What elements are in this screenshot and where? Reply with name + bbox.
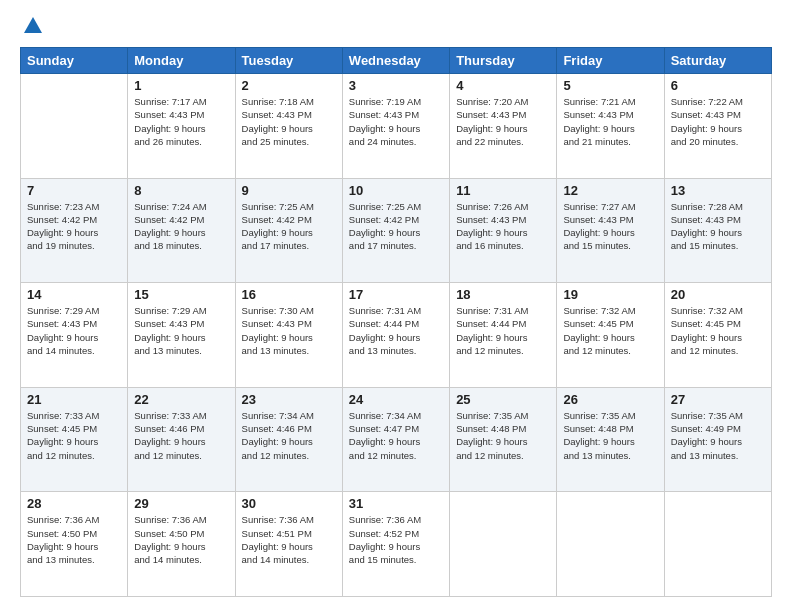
day-info: Sunrise: 7:27 AM Sunset: 4:43 PM Dayligh…: [563, 200, 657, 253]
day-number: 19: [563, 287, 657, 302]
calendar-cell: 4Sunrise: 7:20 AM Sunset: 4:43 PM Daylig…: [450, 74, 557, 179]
calendar-cell: 31Sunrise: 7:36 AM Sunset: 4:52 PM Dayli…: [342, 492, 449, 597]
day-number: 30: [242, 496, 336, 511]
day-info: Sunrise: 7:36 AM Sunset: 4:50 PM Dayligh…: [27, 513, 121, 566]
calendar-cell: 21Sunrise: 7:33 AM Sunset: 4:45 PM Dayli…: [21, 387, 128, 492]
day-info: Sunrise: 7:34 AM Sunset: 4:46 PM Dayligh…: [242, 409, 336, 462]
calendar-cell: 27Sunrise: 7:35 AM Sunset: 4:49 PM Dayli…: [664, 387, 771, 492]
day-number: 18: [456, 287, 550, 302]
day-number: 5: [563, 78, 657, 93]
calendar-cell: 22Sunrise: 7:33 AM Sunset: 4:46 PM Dayli…: [128, 387, 235, 492]
day-info: Sunrise: 7:36 AM Sunset: 4:50 PM Dayligh…: [134, 513, 228, 566]
calendar-week-4: 21Sunrise: 7:33 AM Sunset: 4:45 PM Dayli…: [21, 387, 772, 492]
day-number: 3: [349, 78, 443, 93]
calendar-cell: 7Sunrise: 7:23 AM Sunset: 4:42 PM Daylig…: [21, 178, 128, 283]
calendar-cell: 8Sunrise: 7:24 AM Sunset: 4:42 PM Daylig…: [128, 178, 235, 283]
day-number: 13: [671, 183, 765, 198]
calendar-cell: [21, 74, 128, 179]
day-info: Sunrise: 7:35 AM Sunset: 4:48 PM Dayligh…: [456, 409, 550, 462]
day-info: Sunrise: 7:19 AM Sunset: 4:43 PM Dayligh…: [349, 95, 443, 148]
calendar-cell: 28Sunrise: 7:36 AM Sunset: 4:50 PM Dayli…: [21, 492, 128, 597]
column-header-tuesday: Tuesday: [235, 48, 342, 74]
calendar-cell: 23Sunrise: 7:34 AM Sunset: 4:46 PM Dayli…: [235, 387, 342, 492]
calendar-cell: 15Sunrise: 7:29 AM Sunset: 4:43 PM Dayli…: [128, 283, 235, 388]
day-info: Sunrise: 7:20 AM Sunset: 4:43 PM Dayligh…: [456, 95, 550, 148]
day-number: 16: [242, 287, 336, 302]
day-info: Sunrise: 7:26 AM Sunset: 4:43 PM Dayligh…: [456, 200, 550, 253]
day-info: Sunrise: 7:32 AM Sunset: 4:45 PM Dayligh…: [563, 304, 657, 357]
day-number: 15: [134, 287, 228, 302]
day-info: Sunrise: 7:18 AM Sunset: 4:43 PM Dayligh…: [242, 95, 336, 148]
calendar-cell: 25Sunrise: 7:35 AM Sunset: 4:48 PM Dayli…: [450, 387, 557, 492]
page: SundayMondayTuesdayWednesdayThursdayFrid…: [0, 0, 792, 612]
column-header-thursday: Thursday: [450, 48, 557, 74]
day-info: Sunrise: 7:32 AM Sunset: 4:45 PM Dayligh…: [671, 304, 765, 357]
day-number: 17: [349, 287, 443, 302]
calendar-cell: [557, 492, 664, 597]
header: [20, 15, 772, 37]
day-info: Sunrise: 7:31 AM Sunset: 4:44 PM Dayligh…: [349, 304, 443, 357]
day-info: Sunrise: 7:36 AM Sunset: 4:51 PM Dayligh…: [242, 513, 336, 566]
calendar-table: SundayMondayTuesdayWednesdayThursdayFrid…: [20, 47, 772, 597]
calendar-cell: 5Sunrise: 7:21 AM Sunset: 4:43 PM Daylig…: [557, 74, 664, 179]
calendar-cell: 2Sunrise: 7:18 AM Sunset: 4:43 PM Daylig…: [235, 74, 342, 179]
day-number: 27: [671, 392, 765, 407]
day-info: Sunrise: 7:33 AM Sunset: 4:46 PM Dayligh…: [134, 409, 228, 462]
calendar-cell: 20Sunrise: 7:32 AM Sunset: 4:45 PM Dayli…: [664, 283, 771, 388]
day-number: 4: [456, 78, 550, 93]
calendar-cell: 24Sunrise: 7:34 AM Sunset: 4:47 PM Dayli…: [342, 387, 449, 492]
day-number: 10: [349, 183, 443, 198]
day-number: 2: [242, 78, 336, 93]
day-number: 24: [349, 392, 443, 407]
day-number: 7: [27, 183, 121, 198]
calendar-cell: 12Sunrise: 7:27 AM Sunset: 4:43 PM Dayli…: [557, 178, 664, 283]
day-number: 31: [349, 496, 443, 511]
day-info: Sunrise: 7:30 AM Sunset: 4:43 PM Dayligh…: [242, 304, 336, 357]
day-info: Sunrise: 7:25 AM Sunset: 4:42 PM Dayligh…: [242, 200, 336, 253]
day-info: Sunrise: 7:25 AM Sunset: 4:42 PM Dayligh…: [349, 200, 443, 253]
calendar-cell: 10Sunrise: 7:25 AM Sunset: 4:42 PM Dayli…: [342, 178, 449, 283]
day-info: Sunrise: 7:34 AM Sunset: 4:47 PM Dayligh…: [349, 409, 443, 462]
day-number: 6: [671, 78, 765, 93]
day-info: Sunrise: 7:23 AM Sunset: 4:42 PM Dayligh…: [27, 200, 121, 253]
calendar-cell: 16Sunrise: 7:30 AM Sunset: 4:43 PM Dayli…: [235, 283, 342, 388]
svg-marker-0: [24, 17, 42, 33]
day-info: Sunrise: 7:17 AM Sunset: 4:43 PM Dayligh…: [134, 95, 228, 148]
day-number: 12: [563, 183, 657, 198]
day-info: Sunrise: 7:35 AM Sunset: 4:48 PM Dayligh…: [563, 409, 657, 462]
calendar-week-5: 28Sunrise: 7:36 AM Sunset: 4:50 PM Dayli…: [21, 492, 772, 597]
calendar-cell: 26Sunrise: 7:35 AM Sunset: 4:48 PM Dayli…: [557, 387, 664, 492]
day-info: Sunrise: 7:29 AM Sunset: 4:43 PM Dayligh…: [134, 304, 228, 357]
calendar-cell: 14Sunrise: 7:29 AM Sunset: 4:43 PM Dayli…: [21, 283, 128, 388]
day-number: 28: [27, 496, 121, 511]
logo: [20, 15, 44, 37]
column-header-monday: Monday: [128, 48, 235, 74]
day-number: 11: [456, 183, 550, 198]
calendar-cell: 18Sunrise: 7:31 AM Sunset: 4:44 PM Dayli…: [450, 283, 557, 388]
day-info: Sunrise: 7:36 AM Sunset: 4:52 PM Dayligh…: [349, 513, 443, 566]
day-number: 25: [456, 392, 550, 407]
day-number: 23: [242, 392, 336, 407]
day-info: Sunrise: 7:28 AM Sunset: 4:43 PM Dayligh…: [671, 200, 765, 253]
day-number: 9: [242, 183, 336, 198]
day-info: Sunrise: 7:29 AM Sunset: 4:43 PM Dayligh…: [27, 304, 121, 357]
day-number: 1: [134, 78, 228, 93]
calendar-week-2: 7Sunrise: 7:23 AM Sunset: 4:42 PM Daylig…: [21, 178, 772, 283]
calendar-cell: 30Sunrise: 7:36 AM Sunset: 4:51 PM Dayli…: [235, 492, 342, 597]
calendar-cell: 29Sunrise: 7:36 AM Sunset: 4:50 PM Dayli…: [128, 492, 235, 597]
calendar-cell: 3Sunrise: 7:19 AM Sunset: 4:43 PM Daylig…: [342, 74, 449, 179]
day-number: 14: [27, 287, 121, 302]
column-header-wednesday: Wednesday: [342, 48, 449, 74]
day-number: 26: [563, 392, 657, 407]
day-number: 22: [134, 392, 228, 407]
logo-icon: [22, 15, 44, 37]
calendar-cell: [450, 492, 557, 597]
day-info: Sunrise: 7:21 AM Sunset: 4:43 PM Dayligh…: [563, 95, 657, 148]
calendar-cell: 13Sunrise: 7:28 AM Sunset: 4:43 PM Dayli…: [664, 178, 771, 283]
calendar-week-3: 14Sunrise: 7:29 AM Sunset: 4:43 PM Dayli…: [21, 283, 772, 388]
day-info: Sunrise: 7:24 AM Sunset: 4:42 PM Dayligh…: [134, 200, 228, 253]
calendar-cell: 11Sunrise: 7:26 AM Sunset: 4:43 PM Dayli…: [450, 178, 557, 283]
calendar-cell: 9Sunrise: 7:25 AM Sunset: 4:42 PM Daylig…: [235, 178, 342, 283]
column-header-sunday: Sunday: [21, 48, 128, 74]
day-number: 29: [134, 496, 228, 511]
